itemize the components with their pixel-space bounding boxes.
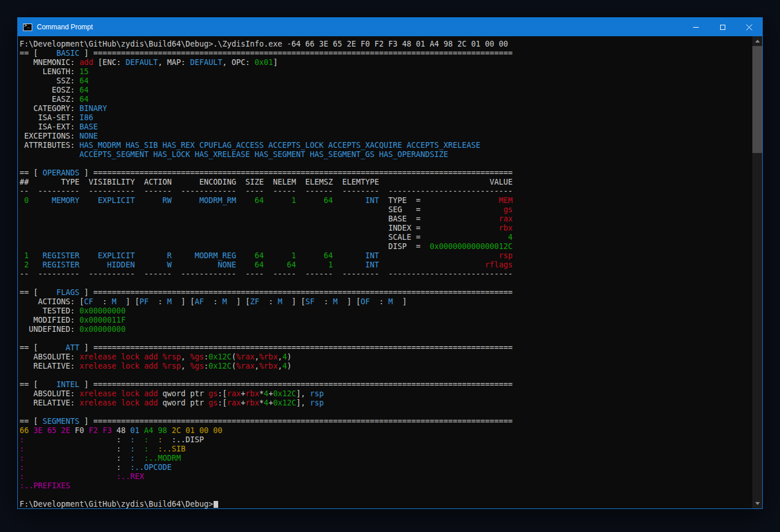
titlebar[interactable]: Command Prompt bbox=[18, 18, 762, 36]
text-segment: : bbox=[116, 454, 121, 462]
text-segment: ] [ bbox=[227, 297, 250, 306]
scroll-down-button[interactable] bbox=[752, 499, 762, 508]
text-segment: : bbox=[149, 297, 167, 306]
window-title: Command Prompt bbox=[37, 23, 93, 31]
text-segment: rsp bbox=[310, 389, 324, 398]
text-segment: ATTRIBUTES: bbox=[20, 141, 79, 150]
text-segment: EOSZ: bbox=[20, 86, 79, 94]
text-segment: :..OPCODE bbox=[130, 463, 172, 472]
terminal-line: -- --------- ---------- ------ ---------… bbox=[20, 187, 752, 196]
terminal-line: == [ BASIC ] ===========================… bbox=[20, 49, 752, 58]
text-segment bbox=[420, 205, 503, 214]
maximize-button[interactable] bbox=[709, 18, 736, 36]
text-segment: 0x0000011F bbox=[79, 316, 125, 324]
scroll-up-icon bbox=[755, 40, 760, 43]
terminal-line: == [ SEGMENTS ] ========================… bbox=[20, 417, 752, 426]
text-segment: ] [ bbox=[116, 297, 139, 306]
terminal-line: SEG = gs bbox=[20, 205, 752, 215]
terminal-line bbox=[20, 159, 752, 169]
text-segment: M bbox=[112, 297, 116, 306]
text-segment: BASIC bbox=[56, 49, 79, 58]
terminal-line: EXCEPTIONS: NONE bbox=[20, 132, 752, 141]
text-segment bbox=[420, 242, 429, 251]
text-segment: , bbox=[181, 362, 190, 370]
text-segment: 0x12C bbox=[273, 389, 296, 398]
text-segment bbox=[379, 261, 485, 269]
text-segment: CF bbox=[84, 297, 93, 306]
text-segment: == [ bbox=[20, 49, 56, 58]
terminal-line: ISA-EXT: BASE bbox=[20, 123, 752, 132]
terminal-line: LENGTH: 15 bbox=[20, 67, 752, 76]
text-segment bbox=[24, 454, 116, 462]
text-segment: MEMORY EXPLICIT RW MODRM_RM bbox=[29, 196, 236, 205]
text-segment: ISA-EXT: bbox=[20, 123, 79, 131]
text-segment: xrelease lock add bbox=[79, 399, 158, 407]
text-segment bbox=[24, 463, 116, 472]
text-segment: 64 64 1 bbox=[236, 261, 333, 269]
text-segment: 0 bbox=[20, 196, 29, 205]
minimize-button[interactable] bbox=[683, 18, 709, 36]
console-area: F:\Development\GitHub\zydis\Build64\Debu… bbox=[18, 36, 762, 508]
scroll-down-icon bbox=[755, 502, 760, 505]
text-segment: SF bbox=[305, 297, 314, 306]
close-button[interactable] bbox=[736, 18, 762, 36]
text-segment: 64 1 64 bbox=[236, 251, 333, 260]
terminal-output[interactable]: F:\Development\GitHub\zydis\Build64\Debu… bbox=[18, 36, 752, 508]
text-segment: : bbox=[93, 297, 112, 306]
text-segment: == [ bbox=[20, 343, 66, 352]
text-segment: DEFAULT bbox=[190, 58, 222, 67]
text-segment: SEGMENTS bbox=[43, 417, 79, 426]
terminal-line: == [ OPERANDS ] ========================… bbox=[20, 169, 752, 178]
text-segment: 15 bbox=[79, 67, 89, 76]
text-segment: ========================================… bbox=[93, 343, 513, 352]
text-segment: INT bbox=[333, 196, 379, 205]
text-segment: 64 bbox=[79, 76, 89, 85]
terminal-line: EASZ: 64 bbox=[20, 95, 752, 104]
terminal-line: ## TYPE VISIBILITY ACTION ENCODING SIZE … bbox=[20, 178, 752, 187]
text-segment: ] bbox=[79, 49, 93, 58]
terminal-line: ABSOLUTE: xrelease lock add %rsp, %gs:0x… bbox=[20, 353, 752, 362]
text-segment: CATEGORY: bbox=[20, 104, 79, 113]
text-segment: 0x00000000 bbox=[79, 307, 125, 315]
text-segment: == [ bbox=[20, 417, 43, 426]
text-segment: : bbox=[116, 435, 121, 444]
text-segment bbox=[149, 435, 158, 444]
terminal-line: CATEGORY: BINARY bbox=[20, 104, 752, 113]
text-segment bbox=[20, 205, 388, 214]
text-segment: 64 1 64 bbox=[236, 196, 333, 205]
text-segment: :..REX bbox=[116, 472, 144, 481]
text-segment: 64 bbox=[79, 86, 89, 94]
text-segment: rsp bbox=[310, 399, 324, 407]
text-segment: DEFAULT bbox=[125, 58, 158, 67]
terminal-line: RELATIVE: xrelease lock add qword ptr gs… bbox=[20, 399, 752, 408]
maximize-icon bbox=[720, 25, 725, 30]
scroll-up-button[interactable] bbox=[752, 36, 762, 46]
scrollbar[interactable] bbox=[752, 36, 762, 508]
text-segment: MEM bbox=[499, 196, 513, 205]
text-segment: BASE = bbox=[388, 215, 420, 223]
terminal-line: == [ FLAGS ] ===========================… bbox=[20, 288, 752, 297]
text-segment: 0x12C bbox=[208, 353, 231, 361]
text-segment: xrelease lock add %rsp bbox=[79, 353, 181, 361]
text-segment: : bbox=[204, 297, 222, 306]
text-segment: I86 bbox=[79, 113, 93, 122]
text-segment: == [ bbox=[20, 288, 56, 297]
terminal-line: F:\Development\GitHub\zydis\Build64\Debu… bbox=[20, 500, 752, 508]
text-segment: F:\Development\GitHub\zydis\Build64\Debu… bbox=[20, 500, 213, 508]
text-segment: 01 bbox=[130, 426, 139, 435]
text-segment: ] bbox=[273, 58, 277, 67]
text-segment: 66 bbox=[20, 426, 29, 435]
desktop: Command Prompt F:\Development\GitHub\zyd… bbox=[0, 0, 780, 532]
text-segment: ========================================… bbox=[93, 288, 513, 297]
scrollbar-thumb[interactable] bbox=[752, 46, 762, 153]
text-segment: qword ptr bbox=[158, 399, 208, 407]
text-segment: MODIFIED: bbox=[20, 316, 79, 324]
text-segment bbox=[20, 215, 388, 223]
text-segment: :..SIB bbox=[158, 445, 185, 453]
text-segment: gs bbox=[208, 399, 218, 407]
text-segment: rbx bbox=[245, 389, 259, 398]
text-segment bbox=[139, 426, 144, 435]
text-segment: 0x12C bbox=[273, 399, 296, 407]
terminal-line: MODIFIED: 0x0000011F bbox=[20, 316, 752, 325]
text-segment: M bbox=[333, 297, 338, 306]
